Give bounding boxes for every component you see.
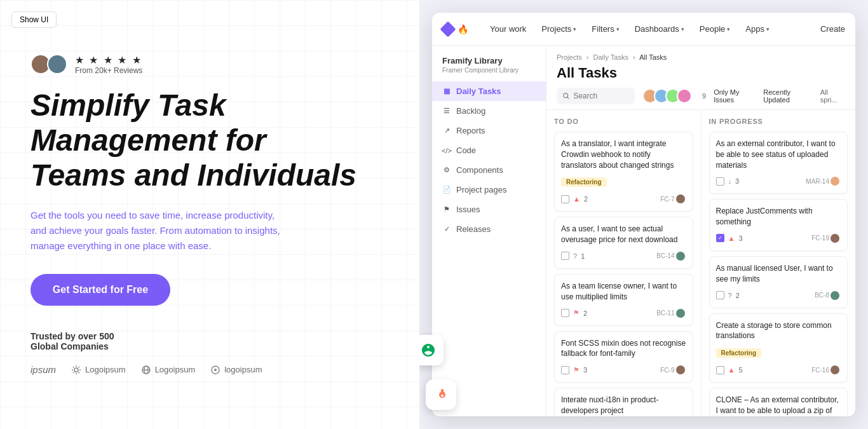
show-ui-button[interactable]: Show UI <box>11 11 57 28</box>
task-checkbox[interactable] <box>716 177 724 186</box>
task-card[interactable]: Font SCSS mixin does not recognise fallb… <box>554 331 693 383</box>
filter-all-sprints[interactable]: All spri... <box>820 88 845 104</box>
logo-logoipsum-2: Logoipsum <box>141 365 196 375</box>
task-checkbox[interactable] <box>561 309 569 317</box>
search-box[interactable] <box>557 88 635 104</box>
sidebar-item-label: Issues <box>456 205 480 214</box>
task-footer: ↓ 3 MAR-14 <box>716 175 841 187</box>
svg-line-6 <box>79 372 80 373</box>
task-card[interactable]: As a team license owner, I want to use m… <box>554 274 693 326</box>
logo-strip: ipsum Logoipsum Logoipsum <box>31 364 389 375</box>
task-checkbox-done[interactable]: ✓ <box>716 234 724 242</box>
task-card[interactable]: As a user, I want to see actual overusag… <box>554 217 693 269</box>
priority-icon: ▲ <box>728 235 735 242</box>
task-card[interactable]: Create a storage to store common transla… <box>709 313 848 383</box>
task-id: FC-7 <box>660 196 674 203</box>
task-id: FC-19 <box>811 235 829 242</box>
filter-only-my-issues[interactable]: Only My Issues <box>714 88 758 104</box>
hubspot-icon <box>432 386 450 404</box>
search-input[interactable] <box>573 92 628 100</box>
task-footer: ▲ 2 FC-7 <box>561 193 686 205</box>
cta-button[interactable]: Get Started for Free <box>31 274 170 306</box>
task-tag-refactoring: Refactoring <box>561 177 607 187</box>
task-card[interactable]: CLONE – As an external contributor, I wa… <box>709 388 848 416</box>
task-card[interactable]: Interate nuxt-i18n in product-developers… <box>554 388 693 416</box>
nav-links: Your work Projects ▾ Filters ▾ Dashboard… <box>484 20 776 37</box>
task-footer: ✓ ▲ 3 FC-19 <box>716 233 841 244</box>
chevron-down-icon: ▾ <box>766 26 770 32</box>
task-card[interactable]: Replace JustComments with something ✓ ▲ … <box>709 199 848 251</box>
svg-point-0 <box>74 368 78 372</box>
task-card[interactable]: As an external contributor, I want to be… <box>709 132 848 194</box>
sidebar-item-releases[interactable]: ✓ Releases <box>432 219 546 239</box>
nav-apps[interactable]: Apps ▾ <box>739 20 776 37</box>
sidebar-item-label: Daily Tasks <box>456 86 501 96</box>
main-content: Framify Library Framer Component Library… <box>432 46 855 416</box>
svg-point-13 <box>214 369 217 371</box>
sidebar: Framify Library Framer Component Library… <box>432 46 546 416</box>
zendesk-icon <box>419 341 437 359</box>
task-avatar <box>675 193 686 205</box>
nav-your-work[interactable]: Your work <box>484 20 532 37</box>
logo-text: ipsum <box>31 364 56 375</box>
task-checkbox[interactable] <box>716 366 724 374</box>
trusted-text: Trusted by over 500 Global Companies <box>31 331 389 351</box>
task-text: As a user, I want to see actual overusag… <box>561 224 686 245</box>
search-icon <box>563 92 569 100</box>
task-text: As a translator, I want integrate Crowdi… <box>561 139 686 170</box>
svg-line-5 <box>73 367 74 368</box>
task-checkbox[interactable] <box>561 252 569 260</box>
task-card[interactable]: As manual licensed User, I want to see m… <box>709 256 848 308</box>
logo-ipsum: ipsum <box>31 364 56 375</box>
sidebar-item-code[interactable]: </> Code <box>432 140 546 160</box>
right-panel: 🔥 Your work Projects ▾ Filters ▾ Dashboa… <box>419 0 868 429</box>
priority-icon: ▲ <box>728 366 735 374</box>
task-avatar <box>675 250 686 262</box>
sidebar-item-label: Reports <box>456 126 485 135</box>
sidebar-item-backlog[interactable]: ☰ Backlog <box>432 101 546 121</box>
sidebar-item-daily-tasks[interactable]: ▦ Daily Tasks <box>432 81 546 101</box>
task-count: 2 <box>584 195 588 203</box>
app-window: 🔥 Your work Projects ▾ Filters ▾ Dashboa… <box>432 13 855 416</box>
sidebar-subtitle: Framer Component Library <box>442 67 536 74</box>
nav-people[interactable]: People ▾ <box>693 20 736 37</box>
chevron-down-icon: ▾ <box>616 26 620 32</box>
sidebar-item-issues[interactable]: ⚑ Issues <box>432 200 546 219</box>
sidebar-item-reports[interactable]: ↗ Reports <box>432 121 546 140</box>
sidebar-item-label: Components <box>456 165 503 175</box>
nav-projects[interactable]: Projects ▾ <box>535 20 583 37</box>
task-card[interactable]: As a translator, I want integrate Crowdi… <box>554 132 693 212</box>
task-checkbox[interactable] <box>716 291 724 299</box>
task-footer: ⚑ 3 FC-9 <box>561 364 686 376</box>
task-count: 3 <box>735 177 739 185</box>
chart-icon: ↗ <box>442 126 451 135</box>
column-in-progress: IN PROGRESS As an external contributor, … <box>702 110 856 416</box>
chevron-down-icon: ▾ <box>573 26 576 32</box>
task-footer: ? 1 BC-14 <box>561 250 686 262</box>
task-checkbox[interactable] <box>561 195 569 203</box>
sidebar-title: Framify Library <box>442 56 536 65</box>
filter-recently-updated[interactable]: Recently Updated <box>763 88 815 104</box>
sidebar-item-label: Code <box>456 146 476 155</box>
breadcrumb-daily-tasks[interactable]: Daily Tasks <box>593 53 628 61</box>
avatar-group <box>31 54 67 74</box>
breadcrumb-projects[interactable]: Projects <box>557 53 582 61</box>
nav-dashboards[interactable]: Dashboards ▾ <box>628 20 691 37</box>
logo-logoipsum-3: logoipsum <box>210 365 262 375</box>
task-id: FC-16 <box>811 367 829 374</box>
sidebar-item-project-pages[interactable]: 📄 Project pages <box>432 180 546 200</box>
task-text: Font SCSS mixin does not recognise fallb… <box>561 338 686 360</box>
code-icon: </> <box>442 146 451 155</box>
task-date: MAR-14 <box>806 178 829 185</box>
filter-bar: 9 Only My Issues Recently Updated All sp… <box>557 88 845 104</box>
task-count: 3 <box>738 235 742 242</box>
avatar <box>47 54 67 74</box>
task-checkbox[interactable] <box>561 366 569 374</box>
create-button[interactable]: Create <box>820 24 845 34</box>
components-icon: ⚙ <box>442 166 451 175</box>
task-text: CLONE – As an external contributor, I wa… <box>716 395 841 416</box>
logo-diamond-icon <box>440 21 456 37</box>
bars-icon: ▦ <box>442 87 451 96</box>
nav-filters[interactable]: Filters ▾ <box>585 20 625 37</box>
sidebar-item-components[interactable]: ⚙ Components <box>432 160 546 180</box>
